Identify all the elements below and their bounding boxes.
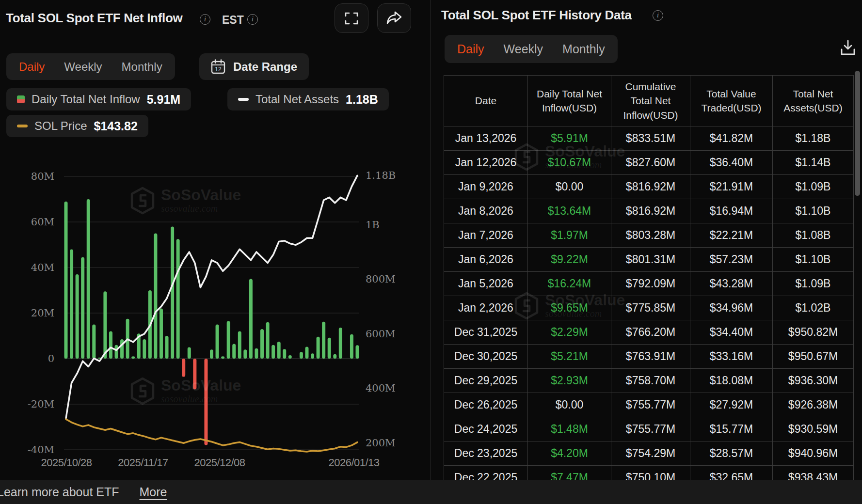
cell-net-assets: $938.43M <box>773 466 854 480</box>
download-icon <box>839 39 857 57</box>
legend-sol-price[interactable]: SOL Price $143.82 <box>6 115 148 137</box>
cell-daily-inflow: $1.48M <box>528 417 611 441</box>
right-axis-tick: 400M <box>366 382 396 394</box>
cell-net-assets: $1.08B <box>773 223 854 248</box>
table-row: Jan 6,2026$9.22M$801.31M$57.23M$1.10B <box>444 248 854 272</box>
legend-daily-inflow[interactable]: Daily Total Net Inflow 5.91M <box>6 88 191 110</box>
tab-weekly[interactable]: Weekly <box>64 60 102 74</box>
download-button[interactable] <box>839 39 857 59</box>
tab-monthly[interactable]: Monthly <box>122 60 162 74</box>
table-row: Dec 31,2025$2.29M$766.20M$34.40M$950.82M <box>444 320 854 345</box>
cell-value-traded: $27.92M <box>690 393 773 417</box>
cell-net-assets: $1.10B <box>773 199 854 223</box>
cell-date: Jan 7,2026 <box>444 223 528 248</box>
left-axis-tick: 20M <box>0 307 54 319</box>
cell-daily-inflow: $0.00 <box>528 393 611 417</box>
svg-text:12: 12 <box>215 66 222 73</box>
col-date: Date <box>444 76 528 126</box>
inflow-bar <box>165 336 169 359</box>
cell-cumulative-inflow: $755.77M <box>611 393 690 417</box>
tab-history-monthly[interactable]: Monthly <box>562 42 605 56</box>
inflow-bar <box>311 353 314 359</box>
timezone-info-icon[interactable]: i <box>247 14 258 25</box>
table-row: Dec 26,2025$0.00$755.77M$27.92M$926.38M <box>444 393 854 417</box>
legend-value: $143.82 <box>94 119 137 133</box>
cell-value-traded: $43.28M <box>690 272 773 296</box>
page-title: Total SOL Spot ETF Net Inflow <box>6 11 182 26</box>
legend-net-assets[interactable]: Total Net Assets 1.18B <box>227 88 389 110</box>
cell-date: Dec 24,2025 <box>444 417 528 441</box>
outflow-bar <box>182 359 185 377</box>
cell-daily-inflow: $0.00 <box>528 175 611 199</box>
inflow-bar <box>333 354 336 359</box>
cell-value-traded: $28.57M <box>690 441 773 466</box>
tab-daily[interactable]: Daily <box>19 60 45 74</box>
cell-net-assets: $1.09B <box>773 175 854 199</box>
cell-daily-inflow: $10.67M <box>528 151 611 175</box>
tab-history-daily[interactable]: Daily <box>457 42 484 56</box>
tab-history-weekly[interactable]: Weekly <box>504 42 543 56</box>
table-row: Dec 24,2025$1.48M$755.77M$15.77M$930.59M <box>444 417 854 441</box>
cell-daily-inflow: $4.20M <box>528 441 611 466</box>
inflow-bar <box>322 322 325 359</box>
sol-price-line <box>66 419 357 452</box>
cell-cumulative-inflow: $750.10M <box>611 466 690 480</box>
table-row: Jan 2,2026$9.65M$775.85M$34.96M$1.02B <box>444 296 854 320</box>
left-axis-tick: 60M <box>0 216 54 228</box>
cell-date: Jan 5,2026 <box>444 272 528 296</box>
date-range-label: Date Range <box>233 60 297 74</box>
inflow-bar <box>328 338 331 359</box>
inflow-bar <box>255 348 258 359</box>
cell-value-traded: $22.21M <box>690 223 773 248</box>
inflow-bar <box>317 337 320 359</box>
cell-daily-inflow: $16.24M <box>528 272 611 296</box>
history-info-icon[interactable]: i <box>653 10 663 21</box>
cell-date: Dec 23,2025 <box>444 441 528 466</box>
left-axis-tick: 40M <box>0 261 54 274</box>
inflow-bar <box>87 199 90 359</box>
inflow-bar <box>92 325 96 359</box>
cell-cumulative-inflow: $816.92M <box>611 175 690 199</box>
sol-price-legend-icon <box>17 125 28 127</box>
right-axis-tick: 1B <box>366 219 380 231</box>
more-link[interactable]: More <box>140 485 167 499</box>
table-scrollbar[interactable] <box>855 71 860 196</box>
cell-value-traded: $18.08M <box>690 369 773 393</box>
cell-date: Dec 22,2025 <box>444 466 528 480</box>
cell-cumulative-inflow: $755.77M <box>611 417 690 441</box>
cell-net-assets: $1.10B <box>773 248 854 272</box>
history-table: Date Daily Total Net Inflow(USD) Cumulat… <box>444 75 854 480</box>
inflow-bar <box>154 234 157 359</box>
inflow-bar <box>288 355 292 359</box>
table-row: Jan 9,2026$0.00$816.92M$21.91M$1.09B <box>444 175 854 199</box>
table-row: Dec 23,2025$4.20M$754.29M$28.57M$940.96M <box>444 441 854 466</box>
cell-date: Dec 30,2025 <box>444 345 528 369</box>
net-assets-line <box>66 175 357 418</box>
fullscreen-button[interactable] <box>335 3 368 33</box>
inflow-bar <box>131 356 135 359</box>
cell-daily-inflow: $5.91M <box>528 126 611 151</box>
col-net-assets: Total Net Assets(USD) <box>773 76 854 126</box>
inflow-bar <box>238 331 241 359</box>
cell-value-traded: $32.65M <box>690 466 773 480</box>
cell-net-assets: $926.38M <box>773 393 854 417</box>
table-row: Dec 30,2025$5.21M$763.91M$33.16M$950.67M <box>444 345 854 369</box>
left-axis-tick: 80M <box>0 170 54 183</box>
title-info-icon[interactable]: i <box>200 14 210 25</box>
inflow-bar <box>350 334 353 359</box>
cell-daily-inflow: $1.97M <box>528 223 611 248</box>
cell-cumulative-inflow: $792.09M <box>611 272 690 296</box>
cell-cumulative-inflow: $801.31M <box>611 248 690 272</box>
cell-date: Dec 29,2025 <box>444 369 528 393</box>
footer-bar: Learn more about ETF More <box>0 480 862 504</box>
date-range-button[interactable]: 12 Date Range <box>199 53 309 80</box>
share-button[interactable] <box>377 3 411 33</box>
inflow-bar <box>64 202 68 359</box>
inflow-bar <box>216 325 219 359</box>
cell-net-assets: $1.09B <box>773 272 854 296</box>
table-row: Jan 13,2026$5.91M$833.51M$41.82M$1.18B <box>444 126 854 151</box>
inflow-bar <box>188 347 191 359</box>
inflow-bar <box>227 321 230 359</box>
inflow-bar <box>81 257 84 359</box>
inflow-bar <box>260 329 264 359</box>
